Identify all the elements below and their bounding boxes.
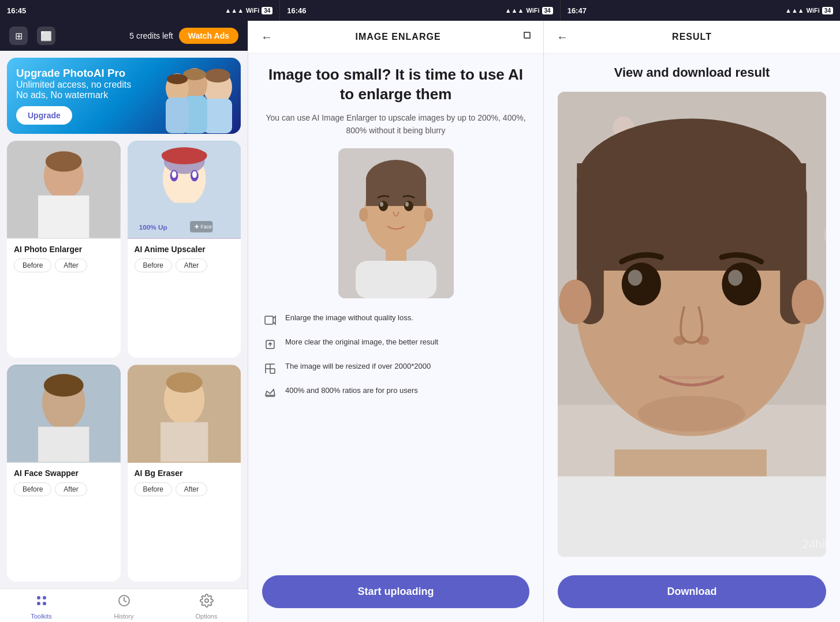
tool-card-photo-enlarger[interactable]: HOT AI Photo Enlarger Before After xyxy=(7,141,121,358)
before-after-4[interactable]: Before After xyxy=(135,482,234,496)
svg-point-8 xyxy=(167,74,188,84)
svg-point-76 xyxy=(559,280,591,325)
credits-info: 5 credits left Watch Ads xyxy=(129,28,238,44)
enlarge-back-button[interactable]: ← xyxy=(257,28,276,46)
download-button[interactable]: Download xyxy=(558,575,826,608)
tool-name-1: AI Photo Enlarger xyxy=(14,245,114,254)
nav-options[interactable]: Options xyxy=(165,594,248,620)
svg-rect-1 xyxy=(203,99,232,133)
after-btn-3[interactable]: After xyxy=(55,482,87,496)
upload-quality-icon xyxy=(262,336,278,353)
time-2: 16:46 xyxy=(287,6,306,15)
svg-text:24hitech.ru: 24hitech.ru xyxy=(802,538,826,550)
battery-3: 34 xyxy=(822,7,833,14)
photo-enlarger-preview xyxy=(7,141,121,239)
before-after-1[interactable]: Before After xyxy=(14,258,114,272)
result-title: RESULT xyxy=(672,32,712,42)
tool-card-anime[interactable]: HOT 100% Up xyxy=(128,141,241,358)
time-1: 16:45 xyxy=(7,6,26,15)
nav-toolkits[interactable]: Toolkits xyxy=(0,594,83,620)
svg-text:✚ Face: ✚ Face xyxy=(194,224,211,230)
result-header: ← RESULT xyxy=(544,21,840,54)
result-bottom: Download xyxy=(544,568,840,622)
grid-icon[interactable]: ⊞ xyxy=(9,27,28,45)
svg-rect-33 xyxy=(160,422,208,462)
svg-rect-50 xyxy=(356,261,436,298)
tool-image-face xyxy=(7,365,121,463)
svg-rect-11 xyxy=(38,196,89,238)
crop-icon[interactable] xyxy=(520,28,534,46)
after-btn-1[interactable]: After xyxy=(55,258,87,272)
feature-2: More clear the original image, the bette… xyxy=(262,336,529,353)
upgrade-text: Upgrade PhotoAI Pro Unlimited access, no… xyxy=(16,67,131,125)
signal-icon-1: ▲▲▲ xyxy=(225,7,244,14)
after-btn-4[interactable]: After xyxy=(176,482,207,496)
upgrade-line1: Unlimited access, no credits xyxy=(16,80,131,90)
enlarge-hero-title: Image too small? It is time to use AI to… xyxy=(262,65,529,104)
pro-crown-icon xyxy=(262,385,278,401)
enlarge-preview-image xyxy=(338,148,454,298)
battery-2: 34 xyxy=(542,7,553,14)
svg-point-32 xyxy=(166,372,202,392)
svg-point-39 xyxy=(205,599,208,602)
preview-face-svg xyxy=(338,148,454,298)
banner-images xyxy=(148,58,241,134)
feature-1: Enlarge the image without quality loss. xyxy=(262,312,529,328)
before-btn-4[interactable]: Before xyxy=(135,482,172,496)
svg-point-48 xyxy=(405,202,409,207)
scan-icon[interactable]: ⬜ xyxy=(37,27,55,45)
svg-point-47 xyxy=(380,202,383,207)
enlarge-bottom: Start uploading xyxy=(248,568,543,622)
header-icons: ⊞ ⬜ xyxy=(9,27,55,45)
svg-point-51 xyxy=(359,208,368,222)
svg-point-83 xyxy=(697,336,710,345)
enlarge-header: ← IMAGE ENLARGE xyxy=(248,21,543,54)
status-bar-3: 16:47 ▲▲▲ WiFi 34 xyxy=(561,0,840,21)
feature-3: The image will be resized if over 2000*2… xyxy=(262,361,529,377)
toolkits-header: ⊞ ⬜ 5 credits left Watch Ads xyxy=(0,21,248,51)
before-after-3[interactable]: Before After xyxy=(14,482,114,496)
toolkits-icon xyxy=(35,594,48,611)
status-bar-2: 16:46 ▲▲▲ WiFi 34 xyxy=(280,0,560,21)
nav-history-label: History xyxy=(114,613,133,620)
status-bar-1: 16:45 ▲▲▲ WiFi 34 xyxy=(0,0,280,21)
tool-image-photo xyxy=(7,141,121,239)
resize-icon xyxy=(262,361,278,377)
before-btn-2[interactable]: Before xyxy=(135,258,172,272)
svg-point-79 xyxy=(722,263,761,305)
tool-name-3: AI Face Swapper xyxy=(14,469,114,478)
before-btn-1[interactable]: Before xyxy=(14,258,51,272)
bottom-nav: Toolkits History Options xyxy=(0,589,248,622)
feature-text-2: More clear the original image, the bette… xyxy=(285,336,438,348)
svg-point-77 xyxy=(792,280,824,325)
before-btn-3[interactable]: Before xyxy=(14,482,51,496)
wifi-icon-1: WiFi xyxy=(246,7,259,14)
start-upload-button[interactable]: Start uploading xyxy=(262,575,529,608)
credits-text: 5 credits left xyxy=(129,31,173,40)
tool-card-bg[interactable]: AI Bg Eraser Before After xyxy=(128,365,241,582)
signal-icon-2: ▲▲▲ xyxy=(505,7,524,14)
tool-image-anime: 100% Up ✚ Face xyxy=(128,141,241,239)
upgrade-title: Upgrade PhotoAI Pro xyxy=(16,67,131,80)
enlarge-content: Image too small? It is time to use AI to… xyxy=(248,54,543,568)
anime-preview: 100% Up ✚ Face xyxy=(128,141,241,239)
before-after-2[interactable]: Before After xyxy=(135,258,234,272)
tool-image-bg xyxy=(128,365,241,463)
watch-ads-button[interactable]: Watch Ads xyxy=(179,28,238,44)
svg-point-6 xyxy=(205,69,230,83)
result-back-button[interactable]: ← xyxy=(553,28,572,46)
tool-card-face[interactable]: AI Face Swapper Before After xyxy=(7,365,121,582)
feature-text-1: Enlarge the image without quality loss. xyxy=(285,312,413,324)
tool-info-bg: AI Bg Eraser Before After xyxy=(128,463,241,502)
upgrade-button[interactable]: Upgrade xyxy=(16,106,72,125)
svg-text:100% Up: 100% Up xyxy=(139,223,167,231)
svg-rect-29 xyxy=(38,427,89,462)
after-btn-2[interactable]: After xyxy=(176,258,207,272)
battery-1: 34 xyxy=(262,7,272,14)
banner-illustration xyxy=(148,58,241,133)
nav-history[interactable]: History xyxy=(83,594,165,620)
upgrade-banner: Upgrade PhotoAI Pro Unlimited access, no… xyxy=(7,58,241,134)
svg-point-36 xyxy=(37,602,40,605)
svg-point-84 xyxy=(638,396,745,432)
status-bars: 16:45 ▲▲▲ WiFi 34 16:46 ▲▲▲ WiFi 34 16:4… xyxy=(0,0,840,21)
